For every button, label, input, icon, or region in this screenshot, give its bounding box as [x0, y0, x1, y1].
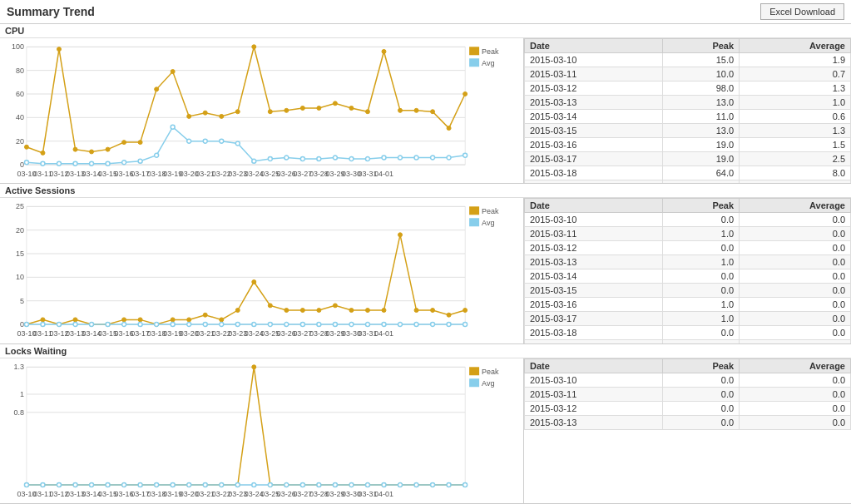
- data-table: DatePeakAverage 2015-03-10 15.0 1.9 2015…: [524, 38, 851, 183]
- svg-point-27: [252, 45, 256, 49]
- svg-point-55: [252, 159, 256, 163]
- svg-point-16: [73, 147, 77, 151]
- content: CPU 020406080100 03-1003-1103-1203-1303-…: [0, 24, 851, 504]
- svg-text:5: 5: [20, 297, 24, 305]
- svg-rect-94: [469, 58, 479, 67]
- svg-point-237: [187, 482, 191, 487]
- svg-point-242: [268, 482, 272, 487]
- svg-point-59: [317, 156, 321, 161]
- svg-point-47: [122, 161, 126, 165]
- svg-point-130: [365, 309, 369, 313]
- svg-point-251: [414, 482, 418, 487]
- svg-point-119: [187, 318, 191, 322]
- svg-point-128: [333, 304, 337, 308]
- svg-point-132: [398, 233, 403, 237]
- svg-point-247: [349, 482, 354, 487]
- svg-point-129: [349, 309, 354, 313]
- svg-point-245: [317, 482, 321, 487]
- svg-point-142: [106, 323, 110, 327]
- svg-point-121: [220, 318, 224, 322]
- svg-point-44: [73, 161, 77, 166]
- data-table: DatePeakAverage 2015-03-10 0.0 0.0 2015-…: [524, 358, 851, 430]
- svg-point-227: [24, 482, 28, 487]
- svg-point-23: [187, 114, 191, 118]
- svg-point-36: [398, 108, 403, 112]
- table-scroll-locks-waiting[interactable]: DatePeakAverage 2015-03-10 0.0 0.0 2015-…: [524, 358, 851, 503]
- svg-point-13: [24, 145, 28, 149]
- svg-rect-190: [469, 219, 479, 227]
- svg-point-230: [73, 482, 77, 487]
- svg-text:Avg: Avg: [482, 59, 494, 67]
- table-scroll-active-sessions[interactable]: DatePeakAverage 2015-03-10 0.0 0.0 2015-…: [524, 198, 851, 343]
- svg-point-123: [252, 280, 256, 284]
- svg-point-233: [122, 482, 126, 487]
- svg-point-41: [24, 161, 28, 165]
- excel-download-button[interactable]: Excel Download: [760, 3, 844, 20]
- table-row: 2015-03-17 19.0 2.5: [525, 152, 851, 166]
- svg-point-34: [365, 110, 369, 114]
- right-panel-locks-waiting: DatePeakAverage 2015-03-10 0.0 0.0 2015-…: [524, 358, 851, 503]
- section-body-locks-waiting: 0.811.3 03-1003-1103-1203-1303-1403-1503…: [0, 358, 851, 503]
- table-row: 2015-03-15 0.0 0.0: [525, 284, 851, 298]
- svg-point-65: [414, 156, 418, 160]
- svg-text:Peak: Peak: [482, 368, 499, 376]
- table-row: 2015-03-13 13.0 1.0: [525, 96, 851, 110]
- section-label-cpu: CPU: [0, 24, 851, 38]
- svg-text:0: 0: [20, 161, 24, 169]
- svg-point-241: [252, 482, 256, 487]
- svg-point-228: [41, 482, 45, 487]
- section-body-cpu: 020406080100 03-1003-1103-1203-1303-1403…: [0, 38, 851, 183]
- svg-point-141: [90, 323, 94, 327]
- table-row: 2015-03-19 ... ...: [525, 180, 851, 184]
- table-row: 2015-03-13 0.0 0.0: [525, 415, 851, 429]
- page-title: Summary Trend: [7, 5, 95, 18]
- table-scroll-cpu[interactable]: DatePeakAverage 2015-03-10 15.0 1.9 2015…: [524, 38, 851, 183]
- table-row: 2015-03-10 0.0 0.0: [525, 373, 851, 387]
- svg-point-39: [447, 126, 451, 131]
- svg-point-40: [463, 92, 468, 96]
- svg-point-151: [252, 323, 256, 327]
- svg-rect-280: [469, 378, 479, 387]
- svg-text:25: 25: [16, 203, 24, 211]
- svg-point-14: [41, 151, 45, 155]
- svg-point-147: [187, 323, 191, 327]
- svg-point-30: [300, 106, 304, 111]
- data-table: DatePeakAverage 2015-03-10 0.0 0.0 2015-…: [524, 198, 851, 343]
- section-label-locks-waiting: Locks Waiting: [0, 344, 851, 358]
- svg-text:1: 1: [20, 390, 24, 398]
- svg-point-163: [447, 323, 451, 327]
- section-label-active-sessions: Active Sessions: [0, 184, 851, 198]
- svg-rect-278: [469, 367, 479, 375]
- table-row: 2015-03-10 15.0 1.9: [525, 53, 851, 67]
- table-row: 2015-03-10 0.0 0.0: [525, 213, 851, 227]
- svg-point-18: [106, 147, 110, 151]
- svg-point-240: [235, 482, 240, 487]
- svg-point-156: [333, 323, 337, 327]
- table-row: 2015-03-11 10.0 0.7: [525, 67, 851, 82]
- svg-point-238: [203, 482, 207, 487]
- svg-point-58: [300, 156, 304, 161]
- svg-point-115: [122, 318, 126, 322]
- section-locks-waiting: Locks Waiting 0.811.3 03-1003-1103-1203-…: [0, 344, 851, 504]
- svg-text:0: 0: [20, 320, 24, 329]
- table-row: 2015-03-18 64.0 8.0: [525, 166, 851, 180]
- table-row: 2015-03-12 98.0 1.3: [525, 82, 851, 96]
- svg-point-110: [41, 318, 45, 322]
- svg-point-136: [463, 309, 468, 313]
- svg-point-162: [431, 323, 435, 327]
- svg-point-64: [398, 156, 403, 160]
- svg-point-253: [447, 482, 451, 487]
- svg-point-32: [333, 101, 337, 106]
- right-panel-cpu: DatePeakAverage 2015-03-10 15.0 1.9 2015…: [524, 38, 851, 183]
- svg-point-229: [57, 482, 62, 487]
- svg-point-21: [155, 87, 159, 91]
- svg-point-213: [252, 364, 256, 368]
- svg-point-24: [203, 111, 207, 115]
- svg-point-45: [90, 161, 94, 166]
- svg-point-43: [57, 161, 62, 166]
- table-row: 2015-03-14 11.0 0.6: [525, 110, 851, 124]
- svg-point-138: [41, 323, 45, 327]
- svg-text:15: 15: [16, 250, 24, 258]
- svg-point-127: [317, 309, 321, 313]
- svg-point-51: [187, 139, 191, 143]
